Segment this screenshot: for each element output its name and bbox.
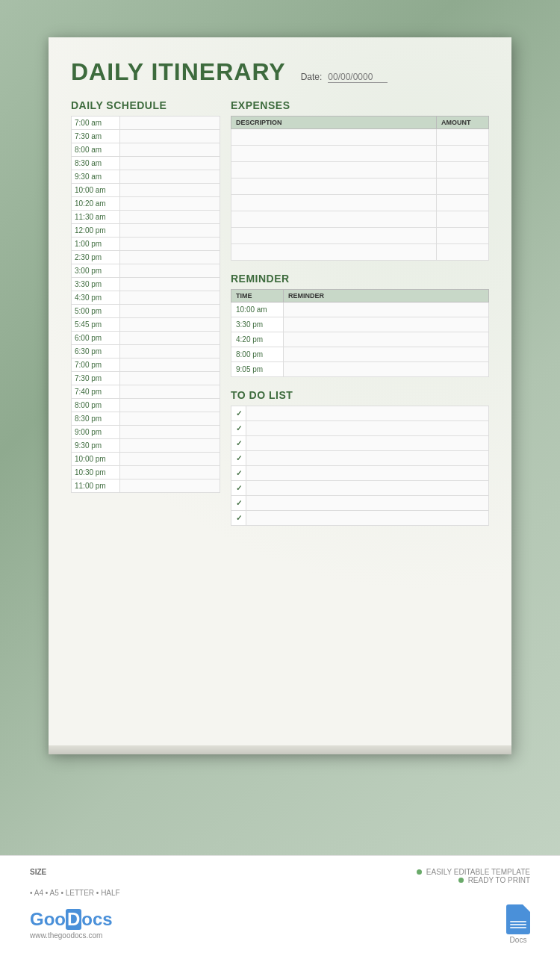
- schedule-time: 3:00 pm: [72, 264, 120, 278]
- expense-row: [231, 129, 489, 146]
- todo-text[interactable]: [246, 511, 489, 526]
- footer-url: www.thegoodocs.com: [30, 931, 113, 940]
- expense-amount[interactable]: [437, 129, 489, 146]
- schedule-entry[interactable]: [119, 385, 220, 399]
- schedule-entry[interactable]: [119, 332, 220, 345]
- todo-row: ✓: [231, 421, 489, 436]
- expense-amount[interactable]: [437, 244, 489, 261]
- expense-description[interactable]: [231, 162, 437, 179]
- todo-text[interactable]: [246, 481, 489, 496]
- schedule-entry[interactable]: [119, 372, 220, 385]
- schedule-time: 10:30 pm: [72, 466, 120, 479]
- size-label: SIZE: [30, 868, 46, 884]
- expense-amount[interactable]: [437, 228, 489, 244]
- reminder-text[interactable]: [284, 332, 489, 347]
- expense-description[interactable]: [231, 195, 437, 211]
- feature2-text: READY TO PRINT: [468, 876, 530, 884]
- schedule-row: 8:30 am: [72, 157, 220, 170]
- schedule-entry[interactable]: [119, 358, 220, 372]
- todo-row: ✓: [231, 496, 489, 511]
- footer-bottom: GooDocs www.thegoodocs.com Docs: [30, 904, 530, 944]
- expense-amount[interactable]: [437, 195, 489, 211]
- todo-row: ✓: [231, 466, 489, 481]
- schedule-entry[interactable]: [119, 224, 220, 238]
- expense-description[interactable]: [231, 244, 437, 261]
- reminder-text[interactable]: [284, 362, 489, 377]
- todo-text[interactable]: [246, 406, 489, 421]
- schedule-row: 11:00 pm: [72, 479, 220, 493]
- todo-check: ✓: [231, 466, 246, 481]
- expense-amount[interactable]: [437, 211, 489, 228]
- expenses-title: EXPENSES: [231, 99, 489, 111]
- todo-text[interactable]: [246, 496, 489, 511]
- schedule-entry[interactable]: [119, 291, 220, 305]
- expense-description[interactable]: [231, 228, 437, 244]
- schedule-entry[interactable]: [119, 251, 220, 264]
- expense-description[interactable]: [231, 129, 437, 146]
- schedule-time: 9:30 am: [72, 170, 120, 184]
- expense-row: [231, 244, 489, 261]
- daily-schedule-title: DAILY SCHEDULE: [71, 99, 220, 111]
- logo-d: D: [66, 909, 81, 930]
- todo-text[interactable]: [246, 451, 489, 466]
- doc-header: DAILY ITINERARY Date: 00/00/0000: [71, 58, 489, 86]
- expense-amount[interactable]: [437, 179, 489, 195]
- expense-amount[interactable]: [437, 162, 489, 179]
- schedule-time: 5:00 pm: [72, 305, 120, 318]
- reminder-row: 10:00 am: [231, 302, 489, 317]
- schedule-row: 8:00 pm: [72, 399, 220, 412]
- schedule-entry[interactable]: [119, 157, 220, 170]
- todo-text[interactable]: [246, 466, 489, 481]
- schedule-row: 7:00 pm: [72, 358, 220, 372]
- reminder-text[interactable]: [284, 347, 489, 362]
- schedule-row: 4:30 pm: [72, 291, 220, 305]
- schedule-entry[interactable]: [119, 439, 220, 453]
- schedule-entry[interactable]: [119, 412, 220, 426]
- feature1-text: EASILY EDITABLE TEMPLATE: [426, 868, 530, 876]
- schedule-entry[interactable]: [119, 345, 220, 358]
- expense-description[interactable]: [231, 179, 437, 195]
- reminder-col-time: TIME: [231, 290, 284, 302]
- schedule-entry[interactable]: [119, 130, 220, 143]
- schedule-entry[interactable]: [119, 117, 220, 130]
- schedule-entry[interactable]: [119, 170, 220, 184]
- reminder-text[interactable]: [284, 317, 489, 332]
- reminder-time: 4:20 pm: [231, 332, 284, 347]
- docs-icon: [506, 904, 530, 934]
- expense-description[interactable]: [231, 146, 437, 162]
- schedule-entry[interactable]: [119, 278, 220, 291]
- schedule-entry[interactable]: [119, 197, 220, 211]
- document: DAILY ITINERARY Date: 00/00/0000 DAILY S…: [49, 37, 511, 754]
- schedule-entry[interactable]: [119, 305, 220, 318]
- reminder-text[interactable]: [284, 302, 489, 317]
- expense-amount[interactable]: [437, 146, 489, 162]
- schedule-row: 6:00 pm: [72, 332, 220, 345]
- expense-description[interactable]: [231, 211, 437, 228]
- schedule-time: 1:00 pm: [72, 238, 120, 251]
- todo-text[interactable]: [246, 436, 489, 451]
- schedule-entry[interactable]: [119, 318, 220, 332]
- schedule-entry[interactable]: [119, 264, 220, 278]
- schedule-time: 10:20 am: [72, 197, 120, 211]
- schedule-entry[interactable]: [119, 479, 220, 493]
- schedule-entry[interactable]: [119, 426, 220, 439]
- schedule-time: 8:00 am: [72, 143, 120, 157]
- schedule-entry[interactable]: [119, 453, 220, 466]
- schedule-entry[interactable]: [119, 399, 220, 412]
- schedule-entry[interactable]: [119, 211, 220, 224]
- todo-check: ✓: [231, 481, 246, 496]
- document-title: DAILY ITINERARY: [71, 58, 286, 86]
- schedule-entry[interactable]: [119, 466, 220, 479]
- schedule-time: 7:40 pm: [72, 385, 120, 399]
- todo-table: ✓✓✓✓✓✓✓✓: [231, 406, 489, 526]
- todo-text[interactable]: [246, 421, 489, 436]
- todo-check: ✓: [231, 511, 246, 526]
- schedule-entry[interactable]: [119, 184, 220, 197]
- todo-check: ✓: [231, 436, 246, 451]
- schedule-row: 5:00 pm: [72, 305, 220, 318]
- schedule-row: 6:30 pm: [72, 345, 220, 358]
- schedule-entry[interactable]: [119, 238, 220, 251]
- feature1-dot: [417, 869, 422, 875]
- schedule-entry[interactable]: [119, 143, 220, 157]
- expense-row: [231, 179, 489, 195]
